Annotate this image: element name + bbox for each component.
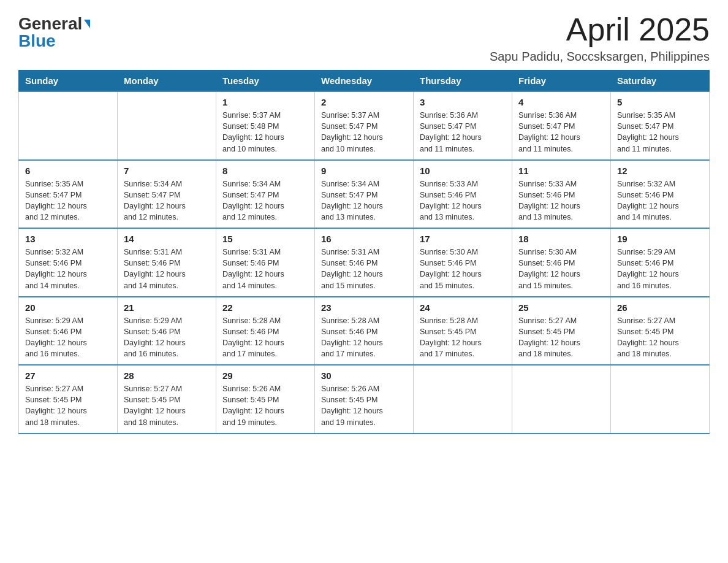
calendar-cell: 26Sunrise: 5:27 AM Sunset: 5:45 PM Dayli… (611, 297, 710, 366)
day-info: Sunrise: 5:37 AM Sunset: 5:48 PM Dayligh… (222, 110, 308, 155)
day-info: Sunrise: 5:36 AM Sunset: 5:47 PM Dayligh… (518, 110, 604, 155)
calendar-cell: 25Sunrise: 5:27 AM Sunset: 5:45 PM Dayli… (512, 297, 611, 366)
day-info: Sunrise: 5:29 AM Sunset: 5:46 PM Dayligh… (124, 315, 210, 360)
day-number: 14 (124, 234, 210, 244)
calendar-cell: 10Sunrise: 5:33 AM Sunset: 5:46 PM Dayli… (414, 160, 512, 229)
title-block: April 2025 Sapu Padidu, Soccsksargen, Ph… (490, 12, 710, 64)
weekday-header-saturday: Saturday (611, 71, 710, 92)
calendar-week-row: 1Sunrise: 5:37 AM Sunset: 5:48 PM Daylig… (19, 91, 710, 160)
day-number: 20 (25, 302, 111, 313)
day-info: Sunrise: 5:32 AM Sunset: 5:46 PM Dayligh… (617, 178, 703, 223)
day-info: Sunrise: 5:34 AM Sunset: 5:47 PM Dayligh… (321, 178, 407, 223)
calendar-cell: 20Sunrise: 5:29 AM Sunset: 5:46 PM Dayli… (19, 297, 118, 366)
day-info: Sunrise: 5:26 AM Sunset: 5:45 PM Dayligh… (321, 383, 407, 428)
day-info: Sunrise: 5:32 AM Sunset: 5:46 PM Dayligh… (25, 247, 111, 291)
calendar-cell: 12Sunrise: 5:32 AM Sunset: 5:46 PM Dayli… (611, 160, 710, 229)
day-number: 1 (222, 97, 308, 107)
month-title: April 2025 (490, 12, 710, 47)
day-info: Sunrise: 5:31 AM Sunset: 5:46 PM Dayligh… (321, 247, 407, 291)
day-info: Sunrise: 5:28 AM Sunset: 5:46 PM Dayligh… (321, 315, 407, 360)
calendar-cell (118, 91, 216, 160)
calendar-cell: 1Sunrise: 5:37 AM Sunset: 5:48 PM Daylig… (216, 91, 315, 160)
weekday-header-sunday: Sunday (19, 71, 118, 92)
day-number: 26 (617, 302, 703, 313)
calendar-cell: 2Sunrise: 5:37 AM Sunset: 5:47 PM Daylig… (315, 91, 414, 160)
weekday-header-tuesday: Tuesday (216, 71, 315, 92)
day-number: 2 (321, 97, 407, 107)
day-info: Sunrise: 5:35 AM Sunset: 5:47 PM Dayligh… (617, 110, 703, 155)
day-info: Sunrise: 5:31 AM Sunset: 5:46 PM Dayligh… (222, 247, 308, 291)
weekday-header-monday: Monday (118, 71, 216, 92)
calendar-cell: 3Sunrise: 5:36 AM Sunset: 5:47 PM Daylig… (414, 91, 512, 160)
day-info: Sunrise: 5:28 AM Sunset: 5:46 PM Dayligh… (222, 315, 308, 360)
day-info: Sunrise: 5:33 AM Sunset: 5:46 PM Dayligh… (518, 178, 604, 223)
day-number: 6 (25, 166, 111, 176)
day-info: Sunrise: 5:27 AM Sunset: 5:45 PM Dayligh… (617, 315, 703, 360)
day-number: 5 (617, 97, 703, 107)
day-info: Sunrise: 5:33 AM Sunset: 5:46 PM Dayligh… (420, 178, 506, 223)
day-number: 7 (124, 166, 210, 176)
day-info: Sunrise: 5:30 AM Sunset: 5:46 PM Dayligh… (420, 247, 506, 291)
day-number: 23 (321, 302, 407, 313)
calendar-cell: 30Sunrise: 5:26 AM Sunset: 5:45 PM Dayli… (315, 365, 414, 434)
logo-triangle-icon (84, 20, 90, 28)
calendar-cell (19, 91, 118, 160)
day-number: 25 (518, 302, 604, 313)
calendar-cell: 9Sunrise: 5:34 AM Sunset: 5:47 PM Daylig… (315, 160, 414, 229)
calendar-week-row: 20Sunrise: 5:29 AM Sunset: 5:46 PM Dayli… (19, 297, 710, 366)
weekday-header-thursday: Thursday (414, 71, 512, 92)
location-title: Sapu Padidu, Soccsksargen, Philippines (490, 50, 710, 64)
weekday-header-friday: Friday (512, 71, 611, 92)
day-number: 4 (518, 97, 604, 107)
day-info: Sunrise: 5:27 AM Sunset: 5:45 PM Dayligh… (25, 383, 111, 428)
day-number: 22 (222, 302, 308, 313)
day-number: 24 (420, 302, 506, 313)
calendar-cell (414, 365, 512, 434)
calendar-cell: 27Sunrise: 5:27 AM Sunset: 5:45 PM Dayli… (19, 365, 118, 434)
day-number: 18 (518, 234, 604, 244)
day-number: 13 (25, 234, 111, 244)
calendar-cell: 22Sunrise: 5:28 AM Sunset: 5:46 PM Dayli… (216, 297, 315, 366)
calendar-cell: 23Sunrise: 5:28 AM Sunset: 5:46 PM Dayli… (315, 297, 414, 366)
logo: General Blue (18, 12, 90, 50)
day-info: Sunrise: 5:34 AM Sunset: 5:47 PM Dayligh… (124, 178, 210, 223)
day-number: 10 (420, 166, 506, 176)
day-number: 17 (420, 234, 506, 244)
weekday-header-row: SundayMondayTuesdayWednesdayThursdayFrid… (19, 71, 710, 92)
calendar-cell: 13Sunrise: 5:32 AM Sunset: 5:46 PM Dayli… (19, 228, 118, 297)
calendar-table: SundayMondayTuesdayWednesdayThursdayFrid… (18, 70, 710, 434)
day-number: 28 (124, 370, 210, 381)
day-number: 9 (321, 166, 407, 176)
calendar-cell: 18Sunrise: 5:30 AM Sunset: 5:46 PM Dayli… (512, 228, 611, 297)
day-info: Sunrise: 5:35 AM Sunset: 5:47 PM Dayligh… (25, 178, 111, 223)
calendar-cell: 21Sunrise: 5:29 AM Sunset: 5:46 PM Dayli… (118, 297, 216, 366)
day-number: 19 (617, 234, 703, 244)
day-number: 8 (222, 166, 308, 176)
day-info: Sunrise: 5:27 AM Sunset: 5:45 PM Dayligh… (124, 383, 210, 428)
day-number: 11 (518, 166, 604, 176)
day-info: Sunrise: 5:31 AM Sunset: 5:46 PM Dayligh… (124, 247, 210, 291)
calendar-week-row: 6Sunrise: 5:35 AM Sunset: 5:47 PM Daylig… (19, 160, 710, 229)
day-info: Sunrise: 5:36 AM Sunset: 5:47 PM Dayligh… (420, 110, 506, 155)
calendar-week-row: 13Sunrise: 5:32 AM Sunset: 5:46 PM Dayli… (19, 228, 710, 297)
calendar-cell: 7Sunrise: 5:34 AM Sunset: 5:47 PM Daylig… (118, 160, 216, 229)
day-number: 3 (420, 97, 506, 107)
logo-general-text: General (18, 15, 82, 33)
day-info: Sunrise: 5:34 AM Sunset: 5:47 PM Dayligh… (222, 178, 308, 223)
day-number: 16 (321, 234, 407, 244)
logo-blue-text: Blue (18, 31, 56, 50)
calendar-cell: 8Sunrise: 5:34 AM Sunset: 5:47 PM Daylig… (216, 160, 315, 229)
weekday-header-wednesday: Wednesday (315, 71, 414, 92)
calendar-cell: 14Sunrise: 5:31 AM Sunset: 5:46 PM Dayli… (118, 228, 216, 297)
calendar-cell: 29Sunrise: 5:26 AM Sunset: 5:45 PM Dayli… (216, 365, 315, 434)
day-number: 30 (321, 370, 407, 381)
calendar-cell: 24Sunrise: 5:28 AM Sunset: 5:45 PM Dayli… (414, 297, 512, 366)
day-info: Sunrise: 5:37 AM Sunset: 5:47 PM Dayligh… (321, 110, 407, 155)
calendar-cell: 11Sunrise: 5:33 AM Sunset: 5:46 PM Dayli… (512, 160, 611, 229)
page-header: General Blue April 2025 Sapu Padidu, Soc… (18, 12, 710, 64)
day-number: 27 (25, 370, 111, 381)
calendar-cell: 15Sunrise: 5:31 AM Sunset: 5:46 PM Dayli… (216, 228, 315, 297)
day-number: 21 (124, 302, 210, 313)
day-info: Sunrise: 5:27 AM Sunset: 5:45 PM Dayligh… (518, 315, 604, 360)
day-info: Sunrise: 5:29 AM Sunset: 5:46 PM Dayligh… (617, 247, 703, 291)
